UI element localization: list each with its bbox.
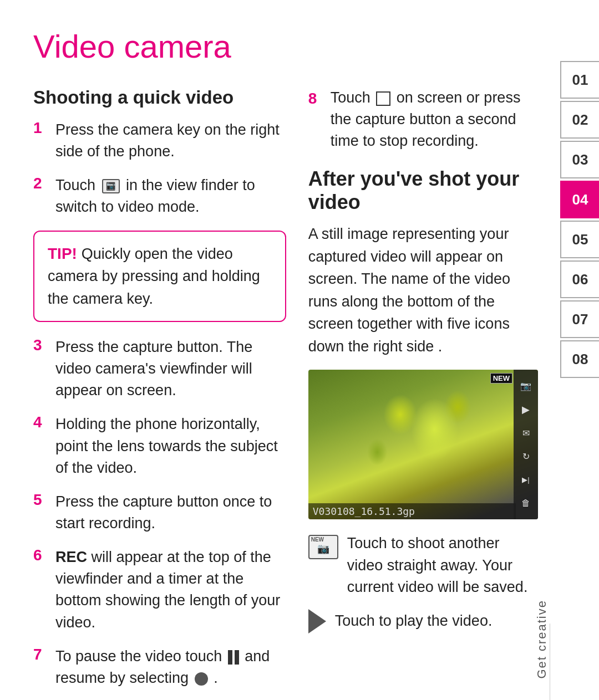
tab-06[interactable]: 06 — [560, 260, 599, 298]
tab-08[interactable]: 08 — [560, 340, 599, 378]
side-icon-new-camera: 📷 — [517, 377, 535, 395]
tab-04[interactable]: 04 — [560, 181, 599, 218]
new-camera-icon-wrap: NEW 📷 — [308, 535, 338, 559]
tip-box: TIP! Quickly open the video camera by pr… — [33, 231, 286, 323]
camera-glyph: 📷 — [317, 543, 329, 555]
pause-icon — [228, 650, 239, 665]
vertical-divider — [550, 624, 550, 700]
new-badge: NEW — [490, 373, 512, 384]
step-text-5: Press the capture button once to start r… — [55, 491, 286, 534]
tip-label: TIP! — [48, 245, 82, 262]
page-container: Video camera Shooting a quick video 1 Pr… — [0, 0, 599, 700]
new-label: NEW — [311, 537, 324, 543]
get-creative-label: Get creative — [535, 600, 549, 679]
action-text-play: Touch to play the video. — [335, 610, 493, 632]
step-6: 6 REC will appear at the top of the view… — [33, 546, 286, 633]
step-2: 2 Touch 📷 in the view finder to switch t… — [33, 175, 286, 218]
circle-icon — [195, 672, 208, 686]
tab-01[interactable]: 01 — [560, 61, 599, 99]
step-number-8: 8 — [308, 87, 324, 110]
left-section-heading: Shooting a quick video — [33, 87, 286, 108]
step-text-8: Touch on screen or press the capture but… — [331, 87, 538, 152]
step-number-5: 5 — [33, 491, 49, 509]
play-triangle-icon — [308, 609, 326, 633]
step-list: 1 Press the camera key on the right side… — [33, 119, 286, 218]
side-icon-refresh: ↻ — [517, 448, 535, 466]
step-text-4: Holding the phone horizontally, point th… — [55, 413, 286, 478]
video-background — [308, 370, 538, 519]
main-content: Video camera Shooting a quick video 1 Pr… — [0, 0, 555, 700]
step-4: 4 Holding the phone horizontally, point … — [33, 413, 286, 478]
left-column: Shooting a quick video 1 Press the camer… — [33, 87, 286, 700]
step-text-2: Touch 📷 in the view finder to switch to … — [55, 175, 286, 218]
step-number-1: 1 — [33, 119, 49, 137]
side-icon-forward: ▶| — [517, 471, 535, 489]
two-column-layout: Shooting a quick video 1 Press the camer… — [33, 87, 538, 700]
right-column: 8 Touch on screen or press the capture b… — [308, 87, 538, 700]
right-section-heading: After you've shot your video — [308, 167, 538, 214]
page-title: Video camera — [33, 28, 538, 65]
camera-icon: 📷 — [102, 179, 120, 193]
step-text-7: To pause the video touch and resume by s… — [55, 646, 286, 689]
filename-bar: V030108_16.51.3gp — [308, 503, 516, 519]
step-number-3: 3 — [33, 336, 49, 354]
chapter-tabs: 01 02 03 04 05 06 07 08 — [555, 0, 599, 700]
right-description: A still image representing your captured… — [308, 223, 538, 357]
tab-02[interactable]: 02 — [560, 101, 599, 139]
tab-05[interactable]: 05 — [560, 221, 599, 258]
step-text-3: Press the capture button. The video came… — [55, 336, 286, 401]
step-number-6: 6 — [33, 546, 49, 564]
side-icon-envelope: ✉ — [517, 424, 535, 442]
side-icons-panel: 📷 ▶ ✉ ↻ ▶| 🗑 — [514, 370, 538, 519]
step-text-6: REC will appear at the top of the viewfi… — [55, 546, 286, 633]
side-icon-play: ▶ — [517, 401, 535, 418]
tab-03[interactable]: 03 — [560, 141, 599, 178]
after-video-actions: NEW 📷 Touch to shoot another video strai… — [308, 533, 538, 633]
action-row-new-video: NEW 📷 Touch to shoot another video strai… — [308, 533, 538, 597]
step-number-2: 2 — [33, 175, 49, 192]
tab-07[interactable]: 07 — [560, 300, 599, 338]
step-5: 5 Press the capture button once to start… — [33, 491, 286, 534]
step-list-continued: 3 Press the capture button. The video ca… — [33, 336, 286, 689]
action-row-play: Touch to play the video. — [308, 609, 538, 633]
step-text-1: Press the camera key on the right side o… — [55, 119, 286, 162]
step-number-7: 7 — [33, 646, 49, 663]
step-8: 8 Touch on screen or press the capture b… — [308, 87, 538, 152]
action-text-new-video: Touch to shoot another video straight aw… — [347, 533, 538, 597]
step-number-4: 4 — [33, 413, 49, 431]
new-camera-box: NEW 📷 — [308, 535, 338, 559]
step-3: 3 Press the capture button. The video ca… — [33, 336, 286, 401]
step-7: 7 To pause the video touch and resume by… — [33, 646, 286, 689]
side-icon-trash: 🗑 — [517, 494, 535, 512]
square-icon — [376, 91, 390, 106]
video-preview: NEW V030108_16.51.3gp 📷 ▶ ✉ ↻ ▶| 🗑 — [308, 370, 538, 519]
step-1: 1 Press the camera key on the right side… — [33, 119, 286, 162]
